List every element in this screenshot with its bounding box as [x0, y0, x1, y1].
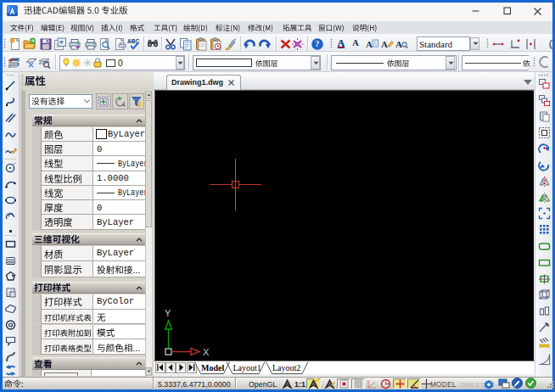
svg-text:Layout1: Layout1 [233, 363, 261, 372]
svg-text:X: X [203, 347, 210, 357]
svg-text:Y: Y [165, 308, 171, 318]
svg-text:A: A [381, 39, 388, 49]
svg-text:A: A [395, 39, 402, 49]
svg-text:A: A [366, 39, 373, 49]
svg-text:Layout2: Layout2 [272, 363, 300, 372]
svg-text:Model: Model [201, 363, 224, 372]
svg-text:?: ? [316, 40, 320, 48]
